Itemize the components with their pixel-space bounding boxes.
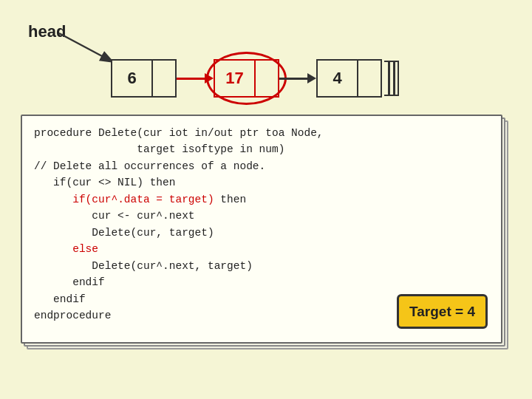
arrow-6-17 bbox=[177, 73, 214, 83]
node-6-value: 6 bbox=[112, 61, 153, 96]
code-line-5: if(cur^.data = target) then bbox=[34, 191, 489, 208]
code-line-1: procedure Delete(cur iot in/out ptr toa … bbox=[34, 125, 489, 141]
node-4-pointer bbox=[358, 61, 381, 96]
if-red-text: if(cur^.data = target) bbox=[72, 194, 214, 205]
null-terminator bbox=[382, 61, 399, 96]
code-line-6: cur <- cur^.next bbox=[34, 208, 489, 224]
code-line-3: // Delete all occurrences of a node. bbox=[34, 158, 489, 174]
node-17: 17 bbox=[214, 59, 279, 98]
then-keyword-2: then bbox=[220, 194, 246, 205]
node-4-value: 4 bbox=[318, 61, 358, 96]
linked-list: 6 17 4 bbox=[111, 59, 399, 98]
code-line-2: target isoftype in num) bbox=[34, 141, 489, 157]
else-keyword: else bbox=[72, 243, 98, 255]
code-line-4: if(cur <> NIL) then bbox=[34, 174, 489, 191]
code-line-9: Delete(cur^.next, target) bbox=[34, 258, 489, 274]
node-6: 6 bbox=[111, 59, 177, 98]
node-17-value: 17 bbox=[215, 61, 256, 96]
main-container: head 6 17 bbox=[0, 0, 532, 399]
node-4-box: 4 bbox=[316, 59, 382, 98]
node-4: 4 bbox=[316, 59, 382, 98]
target-badge: Target = 4 bbox=[397, 294, 488, 329]
then-keyword-1: then bbox=[150, 177, 176, 188]
code-paper-main: procedure Delete(cur iot in/out ptr toa … bbox=[21, 115, 502, 344]
node-6-pointer bbox=[153, 61, 175, 96]
code-line-10: endif bbox=[34, 274, 489, 290]
node-6-box: 6 bbox=[111, 59, 177, 98]
arrow-17-4 bbox=[279, 73, 316, 83]
code-line-7: Delete(cur, target) bbox=[34, 225, 489, 241]
null-box bbox=[384, 61, 399, 96]
node-17-pointer bbox=[256, 61, 278, 96]
node-17-box: 17 bbox=[214, 59, 279, 98]
code-line-8: else bbox=[34, 241, 489, 257]
